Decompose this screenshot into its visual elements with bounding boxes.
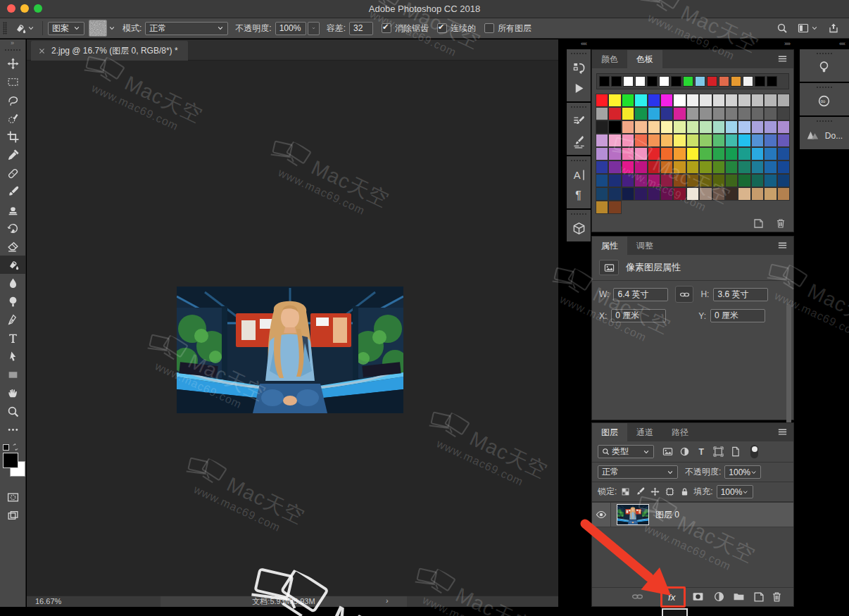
checkbox-连续的[interactable]: 连续的 — [437, 23, 476, 34]
swatch[interactable] — [635, 121, 646, 133]
swatch[interactable] — [596, 94, 608, 106]
swatch[interactable] — [596, 148, 608, 160]
swatch[interactable] — [596, 134, 608, 146]
link-dimensions-button[interactable] — [675, 286, 693, 303]
swatch[interactable] — [609, 161, 620, 173]
type-tool[interactable] — [0, 329, 25, 347]
swatch[interactable] — [596, 121, 608, 133]
edit-toolbar-button[interactable] — [0, 420, 25, 439]
swatch[interactable] — [609, 201, 620, 213]
swatch[interactable] — [674, 94, 685, 106]
clone-stamp-tool[interactable] — [0, 201, 25, 219]
panel-icon-lightbulb[interactable] — [800, 58, 849, 78]
swatch[interactable] — [726, 148, 737, 160]
swap-colors-icon[interactable] — [11, 443, 20, 451]
checkbox-icon[interactable] — [437, 23, 447, 33]
panel-icon-actions-play[interactable] — [567, 78, 591, 99]
swatch[interactable] — [726, 94, 737, 106]
swatch[interactable] — [700, 161, 711, 173]
lock-transparency-icon[interactable] — [621, 487, 630, 496]
swatch[interactable] — [609, 188, 620, 200]
tab-adjustments[interactable]: 调整 — [627, 237, 662, 255]
collapse-chevron[interactable]: «« — [567, 39, 591, 49]
swatch[interactable] — [661, 161, 672, 173]
rectangular-marquee-tool[interactable] — [0, 73, 25, 91]
layer-visibility-toggle[interactable] — [592, 503, 611, 527]
swatch[interactable] — [713, 134, 724, 146]
y-input[interactable]: 0 厘米 — [710, 309, 765, 322]
quick-mask-button[interactable] — [0, 488, 25, 506]
opacity-chevron[interactable] — [308, 22, 320, 35]
dodge-tool[interactable] — [0, 292, 25, 310]
recent-swatch[interactable] — [743, 76, 753, 87]
swatch[interactable] — [687, 134, 698, 146]
swatch[interactable] — [752, 161, 763, 173]
swatch[interactable] — [738, 175, 750, 187]
swatch[interactable] — [674, 175, 685, 187]
swatch[interactable] — [648, 175, 660, 187]
swatch[interactable] — [752, 148, 763, 160]
swatch[interactable] — [661, 188, 672, 200]
swatch[interactable] — [622, 134, 634, 146]
panel-menu-icon[interactable] — [777, 240, 788, 251]
swatch[interactable] — [674, 148, 685, 160]
recent-swatch[interactable] — [755, 76, 765, 87]
zoom-tool[interactable] — [0, 402, 25, 420]
swatch[interactable] — [622, 108, 634, 120]
swatch[interactable] — [674, 134, 685, 146]
tool-preset-button[interactable] — [11, 23, 37, 34]
swatch[interactable] — [661, 148, 672, 160]
x-input[interactable]: 0 厘米 — [611, 309, 666, 322]
panel-menu-icon[interactable] — [777, 54, 788, 64]
swatch[interactable] — [674, 121, 685, 133]
swatch[interactable] — [648, 94, 660, 106]
tolerance-input[interactable]: 32 — [349, 22, 373, 35]
swatch[interactable] — [700, 134, 711, 146]
blend-mode-select[interactable]: 正常 — [598, 465, 678, 479]
add-mask-button[interactable] — [692, 591, 704, 603]
swatch[interactable] — [648, 121, 660, 133]
recent-swatch[interactable] — [695, 76, 705, 87]
checkbox-消除锯齿[interactable]: 消除锯齿 — [382, 23, 429, 34]
swatch[interactable] — [713, 188, 724, 200]
swatch[interactable] — [661, 175, 672, 187]
panel-icon-mountains[interactable]: Do... — [800, 125, 849, 146]
fill-select[interactable]: 100% — [717, 485, 753, 498]
swatch[interactable] — [687, 175, 698, 187]
pen-tool[interactable] — [0, 310, 25, 329]
filter-type-icon[interactable]: T — [696, 446, 707, 457]
swatch[interactable] — [765, 94, 776, 106]
swatch[interactable] — [622, 188, 634, 200]
swatch[interactable] — [635, 148, 646, 160]
status-chevron-icon[interactable]: › — [386, 596, 389, 605]
default-colors-icon[interactable] — [3, 444, 9, 451]
swatch[interactable] — [687, 121, 698, 133]
swatch[interactable] — [596, 108, 608, 120]
swatch[interactable] — [778, 121, 789, 133]
recent-swatch[interactable] — [683, 76, 693, 87]
filter-smart-object-icon[interactable] — [730, 446, 741, 457]
panel-icon-cc-logo[interactable]: ∞ — [800, 92, 849, 112]
swatch[interactable] — [765, 121, 776, 133]
filter-kind-select[interactable]: 类型 — [598, 445, 654, 458]
swatch[interactable] — [609, 108, 620, 120]
height-input[interactable]: 3.6 英寸 — [713, 288, 768, 301]
swatch[interactable] — [765, 134, 776, 146]
swatch[interactable] — [778, 188, 789, 200]
swatch[interactable] — [687, 94, 698, 106]
new-adjustment-button[interactable] — [713, 591, 725, 603]
swatch[interactable] — [622, 175, 634, 187]
search-icon[interactable] — [776, 23, 788, 34]
tab-color[interactable]: 颜色 — [592, 50, 627, 68]
swatch[interactable] — [700, 175, 711, 187]
swatch[interactable] — [648, 134, 660, 146]
swatch[interactable] — [726, 175, 737, 187]
swatch[interactable] — [765, 188, 776, 200]
filter-toggle[interactable] — [750, 445, 758, 458]
swatch[interactable] — [765, 148, 776, 160]
tab-layers[interactable]: 图层 — [592, 423, 627, 441]
layer-name[interactable]: 图层 0 — [655, 509, 679, 521]
expand-chevron[interactable]: »» — [591, 39, 794, 49]
crop-tool[interactable] — [0, 127, 25, 146]
swatch[interactable] — [700, 188, 711, 200]
